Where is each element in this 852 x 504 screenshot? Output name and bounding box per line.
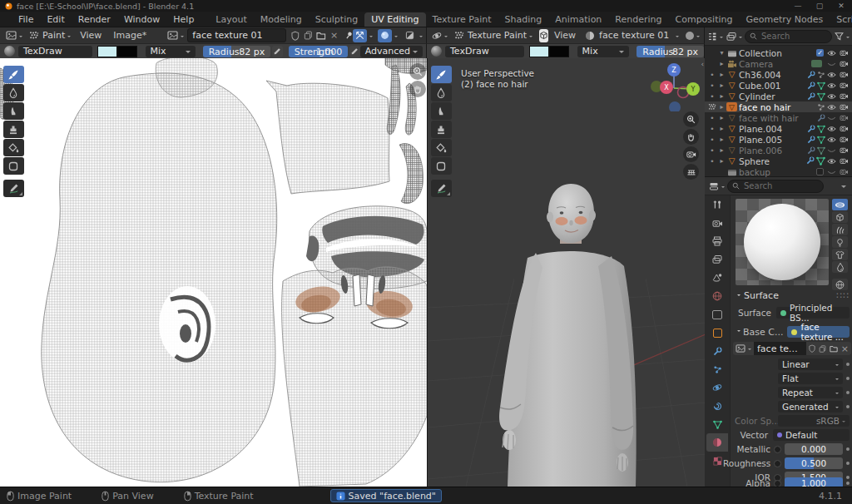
outliner-row-face-with-hair[interactable]: •▸ ▽ face with hair xyxy=(705,112,852,123)
workspace-tab-animation[interactable]: Animation xyxy=(548,12,608,27)
outliner-row-plane006[interactable]: •▸ ▽ Plane.006 xyxy=(705,145,852,156)
open-image-folder-icon[interactable] xyxy=(316,32,326,40)
secondary-color-swatch[interactable] xyxy=(117,46,137,57)
tab-object[interactable] xyxy=(706,324,728,342)
outliner-row-camera[interactable]: ▸ Camera xyxy=(705,58,852,69)
animate-dot[interactable] xyxy=(846,363,850,366)
collection-checkbox[interactable]: ✓ xyxy=(816,49,824,57)
tab-scene[interactable] xyxy=(706,269,728,287)
tab-output[interactable] xyxy=(706,232,728,250)
color-space-dropdown[interactable]: sRGB xyxy=(778,415,850,427)
menu-edit[interactable]: Edit xyxy=(40,14,71,25)
roughness-slider[interactable]: 0.500 xyxy=(785,457,843,469)
animate-dot[interactable] xyxy=(846,482,850,485)
uv-zoom-button[interactable] xyxy=(409,63,426,80)
render-camera-icon[interactable] xyxy=(840,136,849,143)
tab-collection[interactable] xyxy=(706,305,728,324)
texture-slot-cube-button[interactable] xyxy=(539,29,548,42)
hidden-eye-icon[interactable] xyxy=(827,115,836,121)
preview-lamp-button[interactable] xyxy=(832,236,848,248)
preview-hair-button[interactable] xyxy=(832,224,848,235)
vp-brush-name-field[interactable]: TexDraw xyxy=(445,46,524,57)
render-camera-icon[interactable] xyxy=(840,71,849,78)
secondary-color-swatch[interactable] xyxy=(549,46,569,57)
uv-image-menu[interactable]: Image* xyxy=(107,30,152,41)
hidden-eye-icon[interactable] xyxy=(827,61,836,67)
viewport-shading-ball-button[interactable] xyxy=(682,29,703,42)
outliner-row-face-no-hair[interactable]: ▸ ▽ face no hair xyxy=(705,101,852,112)
animate-dot[interactable] xyxy=(846,377,850,380)
hide-eye-icon[interactable] xyxy=(827,72,836,78)
vp-tool-mask[interactable] xyxy=(431,157,452,175)
vp-pan-button[interactable] xyxy=(683,129,699,145)
uv-snap-toggle[interactable] xyxy=(353,29,367,42)
metallic-slider[interactable]: 0.000 xyxy=(785,443,843,455)
uv-editor-type-button[interactable] xyxy=(2,29,26,42)
render-camera-icon[interactable] xyxy=(840,114,849,121)
tab-tool[interactable] xyxy=(706,195,728,214)
workspace-tab-sculpting[interactable]: Sculpting xyxy=(309,12,364,27)
base-color-dropdown[interactable]: face texture ... xyxy=(787,326,850,338)
animate-dot[interactable] xyxy=(846,447,850,451)
workspace-tab-shading[interactable]: Shading xyxy=(498,12,549,27)
animate-dot[interactable] xyxy=(846,462,850,465)
hidden-eye-icon[interactable] xyxy=(827,147,836,154)
vp-zoom-button[interactable] xyxy=(683,111,699,127)
preview-world-button[interactable] xyxy=(832,279,848,290)
folder-icon[interactable] xyxy=(830,345,838,353)
properties-editor-icon[interactable] xyxy=(709,181,719,191)
new-image-copy-icon[interactable] xyxy=(304,31,313,40)
menu-file[interactable]: File xyxy=(12,14,40,25)
workspace-tab-compositing[interactable]: Compositing xyxy=(669,12,740,27)
workspace-tab-layout[interactable]: Layout xyxy=(209,12,253,27)
hide-eye-icon[interactable] xyxy=(827,126,836,132)
unlink-icon[interactable]: × xyxy=(841,343,849,354)
uv-tool-fill[interactable] xyxy=(3,139,24,156)
workspace-tab-uv-editing[interactable]: UV Editing xyxy=(364,12,425,27)
uv-radius-slider[interactable]: Radius 82 px xyxy=(203,46,270,57)
material-preview[interactable] xyxy=(736,199,829,285)
uv-proportional-toggle[interactable] xyxy=(378,29,392,42)
vp-tool-smear[interactable] xyxy=(431,102,452,120)
socket-dot[interactable] xyxy=(774,446,781,453)
vp-tool-soften[interactable] xyxy=(431,84,452,101)
gizmo-axis-neg-z[interactable] xyxy=(669,101,681,111)
viewport-view-menu[interactable]: View xyxy=(548,30,582,41)
workspace-tab-scripting[interactable]: Scripting xyxy=(830,12,852,27)
uv-tool-soften[interactable] xyxy=(3,84,24,101)
surface-panel-header[interactable]: Surface ∷∷ xyxy=(735,290,850,301)
outliner-row-sphere[interactable]: •▸ ▽ Sphere xyxy=(705,156,852,166)
uv-tool-clone[interactable] xyxy=(3,121,24,138)
vp-radius-slider[interactable]: Radius 82 px xyxy=(637,46,704,57)
workspace-tab-rendering[interactable]: Rendering xyxy=(608,12,668,27)
copy-icon[interactable] xyxy=(819,345,826,353)
uv-brush-name-field[interactable]: TexDraw xyxy=(18,46,92,57)
viewport-mode-selector[interactable]: Texture Paint xyxy=(451,29,536,42)
tab-object-data[interactable] xyxy=(706,415,728,433)
vp-blend-mode-dropdown[interactable]: Mix xyxy=(577,46,630,57)
tab-render[interactable] xyxy=(706,214,728,232)
render-camera-icon[interactable] xyxy=(840,82,849,89)
outliner-search-input[interactable] xyxy=(760,31,827,42)
vector-dropdown[interactable]: Default xyxy=(773,429,850,441)
hide-eye-icon[interactable] xyxy=(827,93,836,100)
uv-blend-mode-dropdown[interactable]: Mix xyxy=(146,46,196,57)
uv-tool-draw[interactable] xyxy=(3,66,24,83)
tab-physics[interactable] xyxy=(706,378,728,397)
outliner-search[interactable] xyxy=(745,30,832,43)
uv-pan-button[interactable] xyxy=(409,81,426,97)
animate-dot[interactable] xyxy=(846,405,850,408)
hide-eye-icon[interactable] xyxy=(827,158,836,165)
uv-tool-mask[interactable] xyxy=(3,157,24,175)
tab-world[interactable] xyxy=(706,287,728,305)
preview-cube-button[interactable] xyxy=(832,211,848,223)
uv-strength-slider[interactable]: Strength 1.000 xyxy=(289,46,349,57)
uv-image-name-field[interactable]: face texture 01 xyxy=(187,28,286,42)
image-name-field[interactable]: face texture... xyxy=(754,342,806,355)
brush-preview-icon[interactable] xyxy=(431,46,442,57)
vp-tool-annotate[interactable] xyxy=(431,180,452,197)
hide-eye-icon[interactable] xyxy=(827,50,836,57)
vp-tool-draw[interactable] xyxy=(431,66,452,83)
outliner-tree-icon[interactable] xyxy=(707,32,717,42)
vp-tool-fill[interactable] xyxy=(431,139,452,156)
